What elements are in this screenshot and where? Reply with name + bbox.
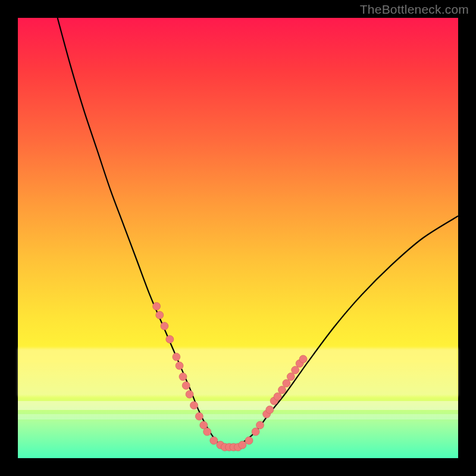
data-dot bbox=[176, 362, 183, 369]
data-dot bbox=[256, 421, 264, 429]
data-dot bbox=[287, 373, 295, 381]
data-dot bbox=[245, 437, 253, 444]
curve-layer bbox=[18, 18, 458, 458]
data-dot bbox=[186, 390, 193, 398]
data-dot bbox=[274, 393, 281, 400]
watermark-text: TheBottleneck.com bbox=[360, 2, 469, 17]
data-dot bbox=[190, 402, 198, 409]
data-dot bbox=[182, 381, 190, 389]
data-dot bbox=[252, 428, 259, 436]
data-dot bbox=[161, 322, 168, 330]
data-dot bbox=[266, 406, 274, 414]
data-dot bbox=[203, 428, 211, 436]
data-dot bbox=[283, 380, 290, 387]
data-dot bbox=[278, 386, 286, 394]
data-dots bbox=[153, 302, 307, 451]
data-dot bbox=[166, 336, 174, 343]
data-dot bbox=[156, 311, 164, 319]
data-dot bbox=[299, 355, 307, 363]
data-dot bbox=[173, 353, 180, 361]
data-dot bbox=[179, 373, 187, 381]
data-dot bbox=[153, 302, 161, 310]
bottleneck-curve bbox=[58, 18, 458, 448]
data-dot bbox=[210, 437, 218, 444]
data-dot bbox=[292, 367, 299, 374]
data-dot bbox=[195, 412, 203, 420]
data-dot bbox=[239, 441, 246, 449]
